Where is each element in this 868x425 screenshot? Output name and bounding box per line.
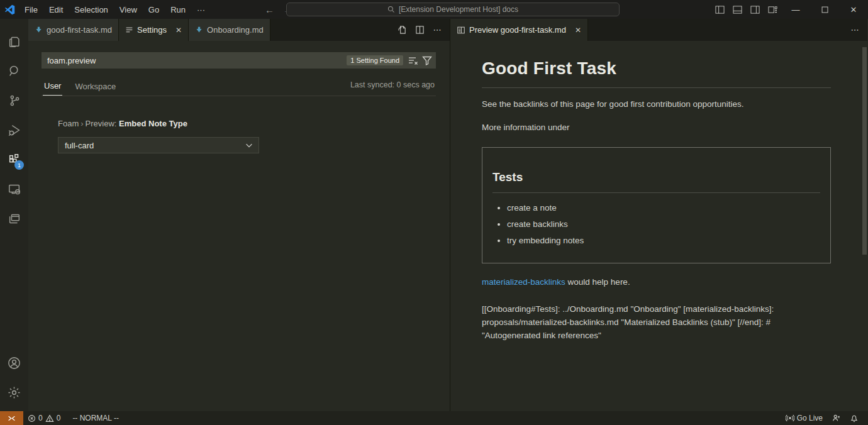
- menu-edit[interactable]: Edit: [43, 0, 69, 19]
- bell-icon: [850, 414, 859, 422]
- command-center-label: [Extension Development Host] docs: [399, 5, 518, 14]
- preview-title: Good First Task: [482, 55, 831, 88]
- settings-editor-icon: [125, 26, 133, 34]
- warnings-icon: [45, 414, 54, 422]
- more-actions-icon[interactable]: ⋯: [847, 23, 862, 38]
- explorer-icon[interactable]: [0, 26, 28, 56]
- preview-scrollbar[interactable]: [862, 47, 867, 255]
- chevron-down-icon: [245, 141, 253, 150]
- accounts-icon[interactable]: [0, 348, 28, 378]
- toggle-panel-icon[interactable]: [728, 0, 746, 19]
- search-view-icon[interactable]: [0, 56, 28, 86]
- maximize-button[interactable]: [810, 0, 839, 19]
- tab-label: Onboarding.md: [207, 25, 264, 35]
- embed-note-type-select[interactable]: full-card: [58, 137, 259, 153]
- toggle-primary-sidebar-icon[interactable]: [711, 0, 728, 19]
- warnings-count: 0: [57, 414, 61, 422]
- tab-label: Settings: [137, 25, 167, 35]
- settings-gear-icon[interactable]: [0, 378, 28, 407]
- tab-good-first-task[interactable]: good-first-task.md: [28, 19, 119, 41]
- scope-tab-workspace[interactable]: Workspace: [74, 78, 117, 96]
- source-control-icon[interactable]: [0, 86, 28, 115]
- settings-scope-tabs: User Workspace Last synced: 0 secs ago: [42, 77, 436, 96]
- title-bar: File Edit Selection View Go Run ··· ← → …: [0, 0, 868, 19]
- scope-tab-user[interactable]: User: [43, 77, 62, 96]
- clear-filters-icon[interactable]: [408, 55, 418, 65]
- go-live-label: Go Live: [797, 414, 823, 422]
- link-suffix-text: would help here.: [565, 277, 630, 287]
- menu-go[interactable]: Go: [143, 0, 165, 19]
- extensions-icon[interactable]: 1: [0, 145, 28, 174]
- minimize-button[interactable]: —: [781, 0, 810, 19]
- open-settings-json-icon[interactable]: [394, 23, 409, 38]
- live-share-icon: [832, 414, 841, 422]
- menu-run[interactable]: Run: [165, 0, 191, 19]
- close-window-button[interactable]: ✕: [839, 0, 868, 19]
- close-tab-icon[interactable]: ✕: [175, 26, 182, 35]
- embed-bullet-list: create a note create backlinks try embed…: [507, 202, 820, 248]
- remote-icon: [8, 414, 16, 422]
- setting-category: Foam: [58, 119, 79, 128]
- tab-onboarding[interactable]: Onboarding.md: [189, 19, 270, 41]
- more-actions-icon[interactable]: ⋯: [430, 23, 445, 38]
- editor-group-left: good-first-task.md Settings ✕ Onboarding…: [28, 19, 450, 411]
- tabbar-right: Preview good-first-task.md ✕ ⋯: [450, 19, 867, 41]
- markdown-preview-icon: [457, 26, 465, 35]
- list-item: create backlinks: [507, 218, 820, 231]
- setting-title: Foam›Preview: Embed Note Type: [58, 119, 436, 128]
- go-live-button[interactable]: Go Live: [781, 411, 827, 425]
- last-synced-label: Last synced: 0 secs ago: [350, 80, 435, 93]
- split-editor-icon[interactable]: [412, 23, 427, 38]
- preview-link-paragraph: materialized-backlinks would help here.: [482, 276, 831, 289]
- tab-settings[interactable]: Settings ✕: [119, 19, 189, 41]
- filter-icon[interactable]: [422, 55, 432, 65]
- remote-explorer-icon[interactable]: [0, 174, 28, 204]
- toggle-secondary-sidebar-icon[interactable]: [746, 0, 764, 19]
- status-bar: 0 0 -- NORMAL -- Go Live: [0, 411, 868, 425]
- list-item: create a note: [507, 202, 820, 215]
- list-item: try embedding notes: [507, 235, 820, 248]
- select-value: full-card: [65, 141, 94, 150]
- editor-group-right: Preview good-first-task.md ✕ ⋯ Good Firs…: [450, 19, 867, 411]
- settings-search-input[interactable]: foam.preview 1 Setting Found: [42, 52, 436, 69]
- nav-back-icon[interactable]: ←: [265, 4, 274, 15]
- markdown-file-icon: [35, 26, 43, 34]
- preview-paragraph: See the backlinks of this page for good …: [482, 98, 831, 111]
- command-center[interactable]: [Extension Development Host] docs: [286, 3, 620, 16]
- preview-paragraph: More information under: [482, 121, 831, 135]
- setting-name: Embed Note Type: [119, 119, 187, 128]
- settings-editor: foam.preview 1 Setting Found User Worksp…: [28, 41, 450, 411]
- setting-subcategory: Preview:: [86, 119, 117, 128]
- settings-search-value: foam.preview: [47, 56, 347, 65]
- markdown-preview: Good First Task See the backlinks of thi…: [450, 41, 867, 411]
- settings-found-badge: 1 Setting Found: [347, 55, 403, 65]
- menu-overflow[interactable]: ···: [191, 0, 211, 19]
- errors-count: 0: [38, 414, 43, 422]
- problems-indicator[interactable]: 0 0: [23, 411, 65, 425]
- errors-icon: [28, 414, 36, 422]
- tab-preview-good-first-task[interactable]: Preview good-first-task.md ✕: [450, 19, 588, 41]
- extensions-badge: 1: [14, 160, 24, 170]
- breadcrumb-separator: ›: [79, 119, 85, 128]
- menu-view[interactable]: View: [114, 0, 143, 19]
- activity-bar: 1: [0, 19, 28, 411]
- markdown-file-icon: [195, 26, 203, 34]
- tab-label: good-first-task.md: [47, 25, 112, 35]
- run-debug-icon[interactable]: [0, 115, 28, 145]
- close-tab-icon[interactable]: ✕: [575, 26, 581, 35]
- notifications-button[interactable]: [845, 411, 863, 425]
- setting-embed-note-type: Foam›Preview: Embed Note Type full-card: [58, 119, 436, 153]
- live-share-button[interactable]: [827, 411, 845, 425]
- remote-indicator[interactable]: [0, 411, 23, 425]
- vim-mode-indicator[interactable]: -- NORMAL --: [65, 411, 123, 425]
- customize-layout-icon[interactable]: [764, 0, 781, 19]
- link-references-paragraph: [[Onboarding#Tests]: ../Onboarding.md "O…: [482, 303, 831, 343]
- embedded-note-card: Tests create a note create backlinks try…: [482, 147, 831, 263]
- materialized-backlinks-link[interactable]: materialized-backlinks: [482, 277, 565, 287]
- windows-stack-icon[interactable]: [0, 204, 28, 233]
- menu-selection[interactable]: Selection: [69, 0, 113, 19]
- menu-file[interactable]: File: [19, 0, 43, 19]
- tab-label: Preview good-first-task.md: [469, 25, 566, 35]
- broadcast-icon: [786, 414, 794, 422]
- vscode-logo-icon: [0, 4, 19, 15]
